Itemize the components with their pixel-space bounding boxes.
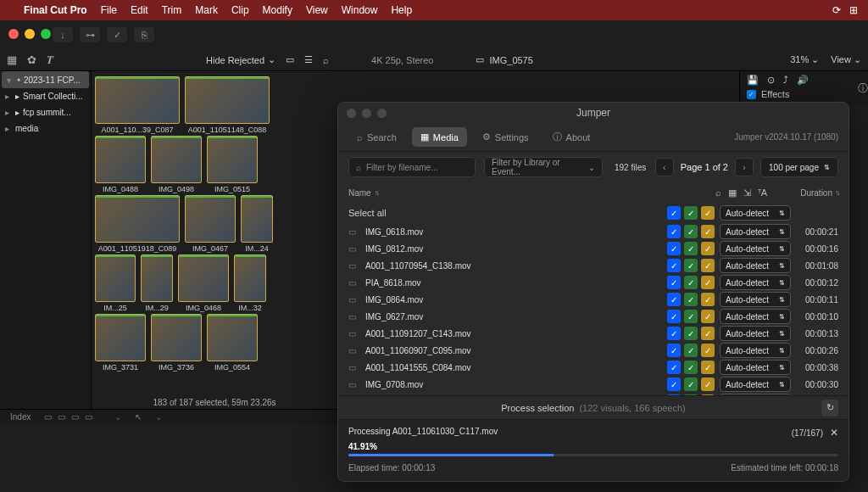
zoom-value[interactable]: 31% ⌄ — [790, 54, 819, 65]
inspector-save-icon[interactable]: 💾 — [747, 75, 759, 86]
library-filter-dropdown[interactable]: Filter by Library or Event... ⌄ — [484, 157, 603, 177]
speech-checkbox[interactable]: ✓ — [684, 276, 698, 289]
background-tasks-button[interactable]: ✓ — [107, 27, 127, 42]
close-button[interactable] — [8, 29, 19, 39]
clip-thumbnail[interactable]: A001_11051918_C089 — [95, 195, 180, 253]
visual-checkbox[interactable]: ✓ — [667, 310, 681, 323]
clip-thumbnail[interactable]: IMG_0498 — [151, 136, 202, 193]
clip-thumbnail[interactable]: A001_11051148_C088 — [185, 76, 270, 134]
visual-checkbox[interactable]: ✓ — [667, 327, 681, 340]
clip-thumbnail[interactable]: IM...32 — [234, 254, 266, 312]
marker-checkbox[interactable]: ✓ — [701, 377, 715, 391]
photos-icon[interactable]: ✿ — [27, 53, 36, 67]
menubar-status-icon[interactable]: ⟳ — [832, 4, 841, 16]
info-icon[interactable]: ⓘ — [858, 81, 868, 96]
menu-view[interactable]: View — [306, 4, 328, 16]
clip-thumbnail[interactable]: IMG_3731 — [95, 314, 146, 372]
menu-file[interactable]: File — [101, 4, 117, 16]
tab-about[interactable]: ⓘ About — [544, 126, 599, 148]
marker-checkbox[interactable]: ✓ — [701, 310, 715, 323]
media-row[interactable]: ▭A001_11091207_C143.mov✓✓✓Auto-detect⇅00… — [338, 325, 849, 342]
media-row[interactable]: ▭IMG_0812.mov✓✓✓Auto-detect⇅00:00:16 — [338, 240, 849, 257]
menu-window[interactable]: Window — [342, 4, 378, 16]
zoom-button[interactable] — [377, 109, 387, 118]
marker-checkbox[interactable]: ✓ — [701, 259, 715, 272]
marker-checkbox[interactable]: ✓ — [701, 327, 715, 340]
app-name[interactable]: Final Cut Pro — [24, 4, 87, 16]
menubar-status-icon-2[interactable]: ⊞ — [849, 4, 858, 16]
speech-checkbox[interactable]: ✓ — [684, 344, 698, 357]
clip-thumbnail[interactable]: IMG_0488 — [95, 136, 146, 193]
tab-search[interactable]: ⌕ Search — [348, 128, 405, 147]
clip-thumbnail[interactable]: IM...24 — [241, 195, 273, 253]
menu-edit[interactable]: Edit — [131, 4, 148, 16]
index-button[interactable]: Index — [10, 412, 31, 422]
prev-page-button[interactable]: ‹ — [655, 158, 674, 176]
marker-checkbox[interactable]: ✓ — [701, 242, 715, 255]
close-icon[interactable]: ✕ — [830, 427, 838, 439]
extensions-button[interactable]: ⎘ — [134, 27, 154, 42]
tab-settings[interactable]: ⚙ Settings — [474, 127, 537, 147]
autodetect-dropdown[interactable]: Auto-detect⇅ — [720, 258, 791, 273]
sidebar-item-smart[interactable]: ▸ ▸ Smart Collecti... — [0, 88, 91, 104]
grid-icon[interactable]: ▦ — [728, 187, 737, 198]
media-row[interactable]: ▭A001_11041555_C084.mov✓✓✓Auto-detect⇅00… — [338, 359, 849, 376]
speech-checkbox[interactable]: ✓ — [684, 361, 698, 374]
marker-checkbox[interactable]: ✓ — [701, 225, 715, 238]
search-icon[interactable]: ⌕ — [715, 187, 721, 198]
speech-checkbox[interactable]: ✓ — [684, 242, 698, 255]
menu-modify[interactable]: Modify — [263, 4, 292, 16]
sidebar-item-library[interactable]: ▾ ⭑ 2023-11 FCP... — [2, 71, 89, 88]
inspector-audio-icon[interactable]: 🔊 — [797, 75, 809, 86]
tab-media[interactable]: ▦ Media — [412, 127, 467, 147]
clip-appearance-icon[interactable]: ▭ — [286, 54, 294, 65]
menu-mark[interactable]: Mark — [195, 4, 218, 16]
select-all-visual-checkbox[interactable]: ✓ — [667, 206, 681, 220]
autodetect-dropdown[interactable]: Auto-detect⇅ — [720, 224, 791, 239]
import-button[interactable]: ↓ — [53, 27, 73, 42]
hide-rejected-dropdown[interactable]: Hide Rejected ⌄ — [206, 54, 275, 65]
visual-checkbox[interactable]: ✓ — [667, 259, 681, 272]
media-row[interactable]: ▭A001_11070954_C138.mov✓✓✓Auto-detect⇅00… — [338, 257, 849, 274]
search-icon[interactable]: ⌕ — [323, 55, 329, 65]
library-icon[interactable]: ▦ — [7, 53, 17, 67]
close-button[interactable] — [347, 109, 356, 118]
visual-checkbox[interactable]: ✓ — [667, 293, 681, 306]
speech-checkbox[interactable]: ✓ — [684, 310, 698, 323]
expand-icon[interactable]: ⇲ — [743, 187, 751, 198]
autodetect-dropdown[interactable]: Auto-detect ⇅ — [720, 205, 791, 221]
media-row[interactable]: ▭IMG_0627.mov✓✓✓Auto-detect⇅00:00:10 — [338, 308, 849, 325]
autodetect-dropdown[interactable]: Auto-detect⇅ — [720, 241, 791, 256]
titles-icon[interactable]: 𝑻 — [47, 53, 53, 67]
speech-checkbox[interactable]: ✓ — [684, 225, 698, 238]
jumper-titlebar[interactable]: Jumper — [338, 103, 849, 123]
speech-checkbox[interactable]: ✓ — [684, 327, 698, 340]
select-tool-icon[interactable]: ↖ — [135, 412, 142, 422]
clip-thumbnail[interactable]: IMG_0515 — [207, 136, 258, 193]
minimize-button[interactable] — [362, 109, 371, 118]
media-row[interactable]: ▭PIA_8618.mov✓✓✓Auto-detect⇅00:00:12 — [338, 274, 849, 291]
visual-checkbox[interactable]: ✓ — [667, 361, 681, 374]
autodetect-dropdown[interactable]: Auto-detect⇅ — [720, 343, 791, 358]
minimize-button[interactable] — [25, 29, 35, 39]
visual-checkbox[interactable]: ✓ — [667, 344, 681, 357]
name-column-header[interactable]: Name ↑↓ — [348, 188, 715, 198]
clip-thumbnail[interactable]: IM...25 — [95, 254, 136, 312]
effects-checkbox[interactable]: ✓ — [747, 90, 756, 99]
disclosure-triangle-icon[interactable]: ▾ — [7, 75, 14, 85]
media-row[interactable]: ▭IMG_0618.mov✓✓✓Auto-detect⇅00:00:21 — [338, 223, 849, 240]
inspector-share-icon[interactable]: ⤴ — [783, 75, 788, 86]
visual-checkbox[interactable]: ✓ — [667, 377, 681, 391]
reload-button[interactable]: ↻ — [821, 400, 838, 417]
media-row[interactable]: ▭IMG_0864.mov✓✓✓Auto-detect⇅00:00:11 — [338, 291, 849, 308]
visual-checkbox[interactable]: ✓ — [667, 276, 681, 289]
media-row[interactable]: ▭IMG_0708.mov✓✓✓Auto-detect⇅00:00:30 — [338, 376, 849, 393]
timeline-layout-icon[interactable]: ▭ ▭ ▭ ▭ — [44, 412, 93, 422]
translate-icon[interactable]: ᵀA — [758, 187, 767, 198]
keyword-button[interactable]: ⊶ — [80, 27, 100, 42]
marker-checkbox[interactable]: ✓ — [701, 361, 715, 374]
per-page-dropdown[interactable]: 100 per page ⇅ — [760, 157, 838, 177]
visual-checkbox[interactable]: ✓ — [667, 242, 681, 255]
visual-checkbox[interactable]: ✓ — [667, 225, 681, 238]
disclosure-triangle-icon[interactable]: ▸ — [5, 124, 12, 133]
